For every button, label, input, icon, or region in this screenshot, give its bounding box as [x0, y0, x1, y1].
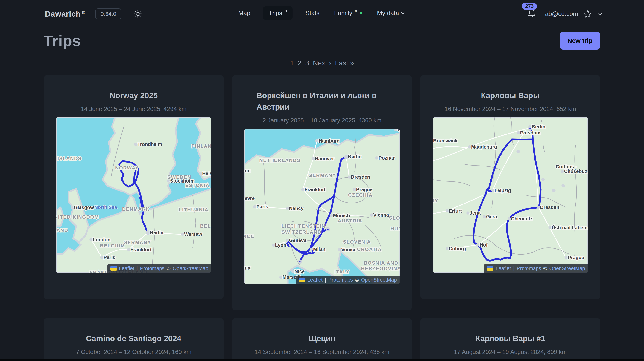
svg-text:Gda: Gda: [398, 129, 400, 132]
svg-text:Prague: Prague: [568, 255, 584, 260]
protomaps-link[interactable]: Protomaps: [140, 266, 164, 271]
page-link-next[interactable]: Next ›: [313, 59, 331, 67]
svg-text:Warsaw: Warsaw: [184, 232, 202, 237]
brand-name: Dawarich: [45, 9, 81, 18]
account-menu-button[interactable]: [598, 12, 603, 15]
svg-text:Hof: Hof: [480, 242, 488, 248]
svg-text:Potsdam: Potsdam: [520, 130, 540, 135]
star-icon: [584, 10, 592, 18]
svg-text:LITHUANIA: LITHUANIA: [179, 207, 208, 213]
svg-text:Frankfurt: Frankfurt: [130, 247, 152, 252]
svg-text:AUSTRIA: AUSTRIA: [338, 218, 362, 224]
trip-dates: 7 October 2024 – 12 October 2024, 160 km: [56, 349, 211, 356]
svg-text:HERZEGOVINA: HERZEGOVINA: [361, 266, 400, 271]
app-header: Dawarichα 0.34.0 Map Tripsα Stats Family…: [0, 0, 644, 26]
svg-text:ITALY: ITALY: [334, 269, 350, 275]
svg-text:ux: ux: [245, 265, 250, 271]
svg-text:Hanover: Hanover: [315, 156, 334, 161]
svg-text:avre: avre: [245, 196, 254, 201]
trips-page: Trips New trip 1 2 3 Next › Last » Norwa…: [0, 32, 644, 361]
trip-card-karlovy-vary-1[interactable]: Карловы Вары #1 17 August 2024 – 19 Augu…: [420, 318, 600, 361]
nav-item-trips[interactable]: Tripsα: [263, 6, 292, 20]
svg-text:HUNG: HUNG: [390, 226, 400, 231]
trip-dates: 2 January 2025 – 18 January 2025, 4360 k…: [244, 117, 400, 124]
header-right: 273 ab@cd.com: [527, 8, 603, 19]
trip-card-camino-de-santiago[interactable]: Camino de Santiago 2024 7 October 2024 –…: [44, 318, 224, 361]
svg-text:Glasgow: Glasgow: [74, 205, 94, 210]
svg-text:BOSNIA AND: BOSNIA AND: [364, 260, 398, 266]
version-badge: 0.34.0: [95, 8, 121, 19]
svg-text:Trondheim: Trondheim: [138, 142, 162, 147]
bell-icon: [527, 8, 536, 19]
svg-text:Venice: Venice: [341, 247, 357, 252]
leaflet-link[interactable]: Leaflet: [496, 266, 511, 271]
copyright-symbol: ©: [543, 266, 547, 271]
account-email[interactable]: ab@cd.com: [545, 10, 578, 17]
svg-text:FINLAND: FINLAND: [192, 143, 211, 149]
alpha-badge: α: [82, 9, 85, 15]
nav-item-map[interactable]: Map: [236, 6, 252, 20]
svg-text:Munich: Munich: [333, 213, 350, 218]
notifications-button[interactable]: 273: [527, 8, 536, 19]
map-canvas: GdaHamburgHanoverBerlinPoznanDresdenFran…: [244, 129, 400, 284]
trip-title: Camino de Santiago 2024: [56, 333, 211, 344]
protomaps-link[interactable]: Protomaps: [517, 266, 541, 271]
svg-text:Prague: Prague: [356, 187, 372, 192]
svg-text:SLOVA: SLOVA: [389, 215, 400, 221]
svg-text:Geneva: Geneva: [289, 238, 307, 243]
trip-map[interactable]: TrondheimStockholmHelsinGlasgowLondonWar…: [56, 117, 211, 273]
osm-link[interactable]: OpenStreetMap: [549, 266, 585, 271]
leaflet-link[interactable]: Leaflet: [308, 277, 322, 283]
trip-card-karlovy-vary[interactable]: Карловы Вары 16 November 2024 – 17 Novem…: [420, 75, 600, 299]
family-online-dot: [360, 12, 362, 14]
trip-map[interactable]: BerlinPotsdamBrunswickMagdeburgCottbus -…: [433, 117, 588, 273]
trip-card-norway-2025[interactable]: Norway 2025 14 June 2025 – 24 June 2025,…: [44, 75, 224, 299]
trip-card-italy-austria[interactable]: Воркейшен в Италии и лыжи в Австрии 2 Ja…: [232, 75, 412, 311]
svg-text:ANCE: ANCE: [244, 233, 254, 239]
map-canvas: TrondheimStockholmHelsinGlasgowLondonWar…: [56, 117, 211, 273]
svg-text:Milan: Milan: [313, 247, 326, 252]
svg-text:BELGIUM: BELGIUM: [100, 243, 125, 249]
page-link-2[interactable]: 2: [298, 59, 302, 67]
svg-text:Chóśebuz: Chóśebuz: [564, 169, 587, 174]
favorites-button[interactable]: [584, 10, 592, 18]
svg-text:Paris: Paris: [256, 204, 268, 209]
trip-title: Воркейшен в Италии и лыжи в Австрии: [244, 90, 400, 113]
svg-text:London: London: [93, 237, 110, 242]
svg-text:CZECHIA: CZECHIA: [348, 192, 373, 198]
nav-item-stats[interactable]: Stats: [304, 6, 321, 20]
trip-title: Карловы Вары #1: [433, 333, 588, 344]
main-nav: Map Tripsα Stats Familyα My data: [236, 6, 408, 20]
osm-link[interactable]: OpenStreetMap: [172, 266, 208, 271]
leaflet-link[interactable]: Leaflet: [119, 266, 134, 271]
pagination: 1 2 3 Next › Last »: [44, 59, 600, 67]
nav-item-family[interactable]: Familyα: [332, 6, 364, 20]
trip-map[interactable]: GdaHamburgHanoverBerlinPoznanDresdenFran…: [244, 129, 400, 284]
protomaps-link[interactable]: Protomaps: [328, 277, 353, 283]
page-link-1[interactable]: 1: [290, 59, 294, 67]
svg-text:LAND: LAND: [56, 227, 68, 233]
new-trip-button[interactable]: New trip: [560, 32, 600, 49]
svg-text:Coburg: Coburg: [449, 246, 466, 251]
svg-text:Erfurt: Erfurt: [449, 208, 462, 213]
svg-text:Berlin: Berlin: [532, 124, 546, 129]
svg-text:Gera: Gera: [486, 214, 497, 219]
page-link-last[interactable]: Last »: [335, 59, 354, 67]
svg-text:Berlin: Berlin: [150, 230, 164, 235]
map-attribution: Leaflet | Protomaps © OpenStreetMap: [296, 276, 400, 284]
trip-grid: Norway 2025 14 June 2025 – 24 June 2025,…: [44, 75, 600, 361]
page-title: Trips: [44, 32, 81, 49]
svg-text:Nice: Nice: [294, 269, 304, 274]
nav-item-my-data[interactable]: My data: [375, 6, 408, 20]
trip-card-szczecin[interactable]: Щецин 14 September 2024 – 16 September 2…: [232, 318, 412, 361]
app-logo[interactable]: Dawarichα: [45, 9, 85, 18]
theme-toggle-button[interactable]: [134, 9, 142, 18]
trip-dates: 14 September 2024 – 16 September 2024, 4…: [244, 349, 400, 356]
osm-link[interactable]: OpenStreetMap: [361, 277, 397, 283]
svg-text:NY: NY: [433, 198, 438, 204]
page-link-3[interactable]: 3: [305, 59, 309, 67]
svg-text:SWEDEN: SWEDEN: [167, 174, 191, 180]
svg-text:NETHERLANDS: NETHERLANDS: [259, 157, 300, 163]
svg-text:Ústí nad Labem: Ústí nad Labem: [552, 225, 588, 230]
svg-text:Nancy: Nancy: [289, 206, 304, 211]
